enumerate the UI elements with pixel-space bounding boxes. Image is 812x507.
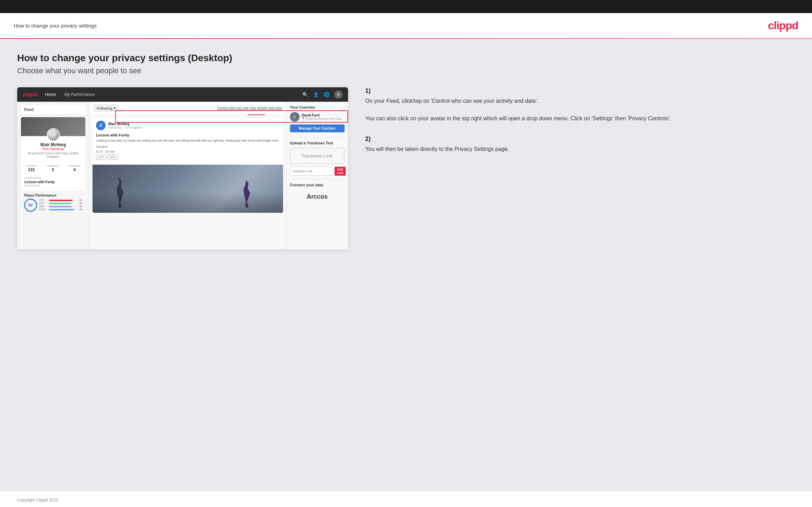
instruction-2-number: 2)	[365, 135, 791, 143]
stat-activities: Activities 131	[26, 164, 37, 172]
stat-followers-value: 3	[47, 167, 58, 172]
post-user: Blair McHarg	[108, 122, 142, 126]
footer-copyright: Copyright Clippd 2022	[17, 498, 58, 503]
trackman-title: Upload a Trackman Test	[290, 141, 345, 145]
app-right: Your Coaches D David Ford 📍 Royal North …	[286, 102, 348, 250]
bar-label-app: APP	[39, 202, 47, 205]
app-feed: Following ▾ Control who can see your act…	[89, 102, 286, 250]
quality-section: 92 OTT 90 APP 85 ARG 86	[24, 199, 82, 212]
user-avatar[interactable]: B	[334, 90, 343, 99]
bar-label-ott: OTT	[39, 199, 47, 201]
post-tag-app: APP	[108, 155, 118, 160]
header: How to change your privacy settings clip…	[0, 13, 812, 38]
instruction-1-text: On your Feed, click/tap on 'Control who …	[365, 97, 791, 123]
search-icon[interactable]: 🔍	[302, 92, 308, 97]
post-image-overlay	[93, 192, 283, 213]
post-title: Lesson with Fordy	[96, 133, 280, 137]
bar-value-putt: 96	[77, 208, 82, 211]
quality-bar-row-ott: OTT 90	[39, 199, 82, 201]
profile-card: Blair McHarg Plus Handicap Royal North D…	[21, 117, 86, 191]
duration-label: Duration	[96, 145, 108, 148]
bar-value-arg: 86	[77, 205, 82, 208]
coach-club: 📍 Royal North Devon Golf Club	[302, 117, 341, 120]
nav-item-home[interactable]: Home	[45, 92, 56, 97]
coach-info: David Ford 📍 Royal North Devon Golf Club	[302, 113, 341, 120]
trackman-input-row: Add Link	[290, 167, 345, 176]
app-nav: clippd Home My Performance 🔍 👤 🌐 B	[17, 87, 348, 102]
profile-name: Blair McHarg	[24, 142, 83, 147]
section-divider-2	[290, 179, 345, 179]
connect-title: Connect your data	[290, 183, 345, 187]
manage-coaches-button[interactable]: Manage Your Coaches	[290, 124, 345, 132]
bar-track-arg	[49, 206, 75, 207]
feed-tab[interactable]: Feed	[21, 105, 86, 114]
stat-activities-label: Activities	[26, 164, 37, 167]
quality-bars: OTT 90 APP 85 ARG 86 PUTT 96	[39, 199, 82, 211]
footer: Copyright Clippd 2022	[0, 491, 812, 507]
bar-fill-ott	[49, 200, 73, 201]
page-subheading: Choose what you want people to see	[17, 66, 795, 75]
arccos-text: Arccos	[290, 190, 345, 204]
trackman-input[interactable]	[290, 167, 333, 176]
coach-name: David Ford	[302, 113, 341, 117]
nav-item-performance[interactable]: My Performance	[64, 92, 95, 97]
coach-item: D David Ford 📍 Royal North Devon Golf Cl…	[290, 112, 345, 122]
bar-fill-arg	[49, 206, 72, 207]
coaches-title: Your Coaches	[290, 105, 345, 109]
latest-activity: Latest Activity Lesson with Fordy 03 Aug…	[21, 174, 85, 187]
bar-value-app: 85	[77, 202, 82, 205]
instruction-1-number: 1)	[365, 87, 791, 95]
annotation-container: clippd Home My Performance 🔍 👤 🌐 B Feed	[17, 87, 348, 250]
performance-section: Player Performance 92 OTT 90 APP 85	[24, 194, 82, 212]
chevron-down-icon: ▾	[114, 106, 116, 110]
section-divider-1	[290, 137, 345, 137]
app-body: Feed Blair McHarg Plus Handicap	[17, 102, 348, 250]
instruction-1: 1) On your Feed, click/tap on 'Control w…	[365, 87, 791, 123]
bar-track-ott	[49, 200, 75, 201]
top-bar	[0, 0, 812, 13]
app-ui: clippd Home My Performance 🔍 👤 🌐 B Feed	[17, 87, 348, 250]
control-link[interactable]: Control who can see your activity and da…	[217, 106, 282, 110]
nav-icons: 🔍 👤 🌐 B	[302, 90, 343, 99]
latest-date: 03 Aug 2022	[24, 184, 82, 187]
add-link-button[interactable]: Add Link	[335, 167, 346, 176]
post-user-info: Blair McHarg Yesterday · Sunningdale	[108, 122, 142, 129]
latest-label: Latest Activity	[24, 176, 82, 179]
bar-label-arg: ARG	[39, 205, 47, 208]
coach-avatar: D	[290, 112, 300, 122]
trackman-link-text: Trackman Link	[293, 153, 341, 158]
bar-track-putt	[49, 209, 75, 210]
bar-value-ott: 90	[77, 199, 82, 201]
post-text: Looking to feel like my hands are exitin…	[96, 139, 280, 143]
post-meta: Yesterday · Sunningdale	[108, 126, 142, 129]
profile-club: Royal North Devon Golf Club, United King…	[24, 152, 83, 158]
app-nav-logo: clippd	[23, 92, 37, 97]
latest-name: Lesson with Fordy	[24, 180, 82, 184]
person-icon[interactable]: 👤	[313, 92, 319, 97]
page-heading: How to change your privacy settings (Des…	[17, 53, 795, 64]
content-row: clippd Home My Performance 🔍 👤 🌐 B Feed	[17, 87, 795, 250]
following-button[interactable]: Following ▾	[94, 104, 119, 112]
globe-icon[interactable]: 🌐	[324, 92, 329, 97]
stat-activities-value: 131	[26, 167, 37, 172]
post-card: B Blair McHarg Yesterday · Sunningdale L…	[92, 118, 283, 213]
clippd-logo: clippd	[768, 19, 798, 32]
stat-following: Following 4	[69, 164, 80, 172]
quality-bar-row-app: APP 85	[39, 202, 82, 205]
bar-track-app	[49, 203, 75, 204]
perf-title: Player Performance	[24, 194, 82, 197]
app-sidebar: Feed Blair McHarg Plus Handicap	[17, 102, 89, 250]
header-title: How to change your privacy settings	[14, 23, 97, 29]
following-label: Following	[97, 106, 112, 110]
profile-cover	[21, 117, 85, 136]
stat-followers-label: Followers	[47, 164, 58, 167]
profile-avatar-inner	[47, 129, 59, 141]
profile-stats: Activities 131 Followers 3 Following 4	[21, 161, 85, 172]
pin-icon: 📍	[302, 117, 305, 120]
bar-fill-app	[49, 203, 71, 204]
quality-circle: 92	[24, 199, 37, 212]
instruction-2-text: You will then be taken directly to the P…	[365, 145, 791, 154]
bar-label-putt: PUTT	[39, 208, 47, 211]
instruction-2: 2) You will then be taken directly to th…	[365, 135, 791, 154]
trackman-link-box: Trackman Link	[290, 148, 345, 164]
